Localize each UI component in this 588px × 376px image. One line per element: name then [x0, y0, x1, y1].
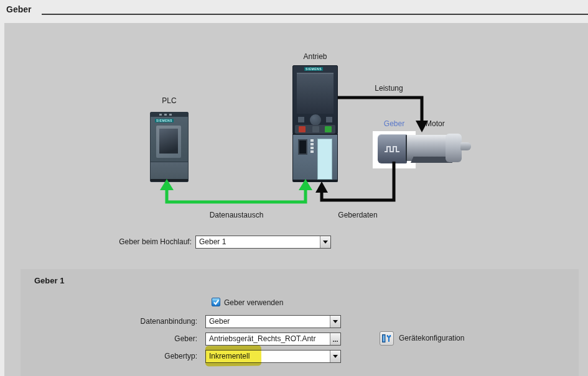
- drive-front-panel: [317, 139, 332, 180]
- drive-brand-label: SIEMENS: [304, 67, 323, 71]
- geber1-section-title: Geber 1: [34, 276, 64, 285]
- geber-ref-browse-button[interactable]: ...: [330, 333, 340, 345]
- datenaustausch-label: Datenaustausch: [193, 211, 280, 219]
- gebertyp-dropdown[interactable]: Inkrementell: [205, 350, 341, 363]
- geber-verwenden-label: Geber verwenden: [224, 298, 283, 308]
- datenanbindung-value: Geber: [209, 317, 230, 326]
- gebertyp-dropdown-button[interactable]: [330, 351, 340, 362]
- datenanbindung-dropdown-button[interactable]: [330, 316, 340, 328]
- drive-red-button: [299, 126, 306, 132]
- pulse-wave-icon: [384, 144, 400, 154]
- geber-ref-value: Antriebsgerät_Rechts_ROT.Antr: [209, 334, 315, 343]
- motor-shaft-graphic: [460, 142, 471, 150]
- plc-device-graphic: SIEMENS: [150, 112, 189, 182]
- geber-verwenden-checkbox[interactable]: [212, 298, 220, 306]
- geber-beim-hochlauf-label: Geber beim Hochlauf:: [86, 236, 192, 249]
- device-configuration-label[interactable]: Gerätekonfiguration: [399, 331, 464, 346]
- drive-gray-button: [312, 126, 319, 132]
- antrieb-label: Antrieb: [292, 52, 338, 61]
- drive-display-screen: [297, 73, 334, 114]
- ellipsis-icon: ...: [332, 337, 338, 342]
- geber-beim-hochlauf-dropdown-button[interactable]: [320, 236, 330, 248]
- geber-diagram-label: Geber: [373, 119, 416, 128]
- geber-beim-hochlauf-value: Geber 1: [199, 237, 226, 246]
- encoder-device-graphic: [378, 134, 407, 163]
- drive-button-row: [293, 116, 337, 124]
- geber-beim-hochlauf-dropdown[interactable]: Geber 1: [195, 236, 331, 249]
- gebertyp-label: Gebertyp:: [104, 350, 197, 363]
- leistung-label: Leistung: [358, 84, 420, 93]
- device-configuration-button[interactable]: [380, 331, 394, 346]
- geber-ref-field[interactable]: Antriebsgerät_Rechts_ROT.Antr ...: [205, 332, 341, 346]
- plc-brand-label: SIEMENS: [155, 119, 174, 122]
- page-title: Geber: [6, 4, 31, 14]
- gebertyp-value: Inkrementell: [209, 352, 250, 360]
- chevron-down-icon: [333, 320, 338, 323]
- motor-endcap-graphic: [446, 134, 462, 162]
- plc-display-bezel: [156, 126, 181, 158]
- encoder-motor-joint: [406, 135, 407, 161]
- motor-label: Motor: [426, 119, 465, 128]
- check-icon: [213, 299, 220, 306]
- drive-knob: [310, 114, 321, 126]
- drive-operator-panel-graphic: SIEMENS: [292, 65, 338, 134]
- drive-base: [293, 180, 337, 181]
- drive-status-leds: [310, 139, 314, 153]
- drive-connector: [298, 139, 307, 155]
- drive-power-module-graphic: [292, 134, 338, 182]
- drive-control-buttons: [295, 125, 335, 134]
- title-divider: [42, 14, 588, 15]
- plc-label: PLC: [150, 96, 189, 105]
- plc-lower-module: [151, 162, 188, 179]
- geber-ref-label: Geber:: [104, 332, 197, 346]
- geberdaten-label: Geberdaten: [324, 211, 392, 219]
- chevron-down-icon: [323, 241, 328, 244]
- datenanbindung-label: Datenanbindung:: [104, 315, 197, 328]
- chevron-down-icon: [333, 355, 338, 358]
- drive-green-button: [325, 126, 332, 132]
- plc-base: [151, 179, 188, 181]
- device-configuration-icon: [381, 332, 393, 344]
- plc-display-screen: [159, 129, 178, 154]
- datenanbindung-dropdown[interactable]: Geber: [205, 315, 341, 328]
- plc-top-strip: [151, 112, 188, 117]
